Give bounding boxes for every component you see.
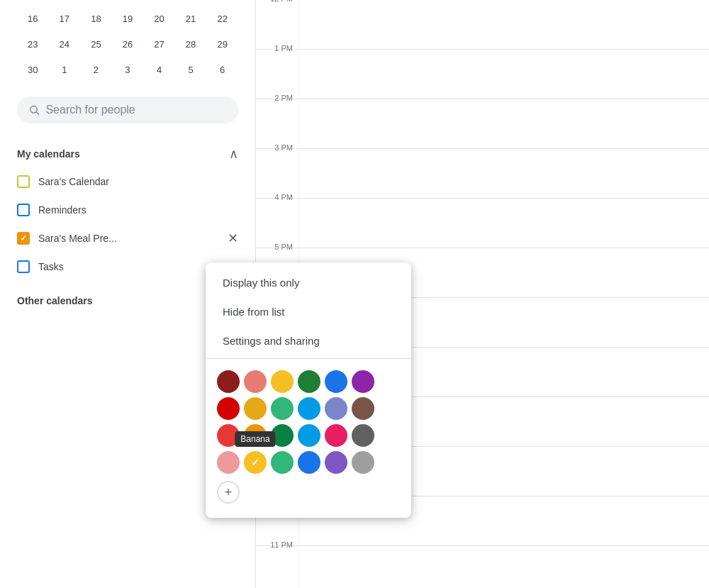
calendar-day[interactable]: 24 xyxy=(49,31,81,57)
color-option[interactable] xyxy=(298,451,320,474)
time-cell[interactable] xyxy=(298,546,709,588)
color-option[interactable] xyxy=(352,424,374,447)
time-row: 4 PM xyxy=(256,199,709,248)
calendar-day[interactable]: 19 xyxy=(112,6,144,31)
context-menu: Display this onlyHide from listSettings … xyxy=(206,262,411,518)
color-palette: Banana+ xyxy=(206,362,411,512)
color-option[interactable] xyxy=(352,397,374,420)
color-option[interactable] xyxy=(244,370,267,393)
close-calendar-icon[interactable]: ✕ xyxy=(228,231,238,246)
context-menu-item[interactable]: Hide from list xyxy=(206,297,411,326)
color-option[interactable] xyxy=(352,370,374,393)
time-label: 2 PM xyxy=(256,94,298,143)
calendar-name: Reminders xyxy=(38,204,238,216)
calendar-day[interactable]: 23 xyxy=(17,31,49,57)
time-label: 12 PM xyxy=(256,0,298,43)
calendar-day[interactable]: 16 xyxy=(17,6,49,31)
calendar-day[interactable]: 28 xyxy=(175,31,207,57)
mini-calendar: 161718192021222324252627282930123456 xyxy=(11,0,244,91)
menu-divider xyxy=(206,358,411,359)
time-row: 3 PM xyxy=(256,149,709,199)
time-row: 2 PM xyxy=(256,99,709,149)
calendar-day[interactable]: 3 xyxy=(112,57,144,82)
color-option[interactable] xyxy=(217,397,240,420)
time-row: 1 PM xyxy=(256,50,709,99)
calendar-day[interactable]: 27 xyxy=(143,31,175,57)
calendar-checkbox[interactable] xyxy=(17,175,30,188)
calendar-day[interactable]: 17 xyxy=(49,6,81,31)
time-cell[interactable] xyxy=(298,199,709,248)
color-option[interactable] xyxy=(325,397,347,420)
color-option[interactable] xyxy=(244,397,267,420)
calendar-day[interactable]: 2 xyxy=(80,57,112,82)
color-option[interactable] xyxy=(325,424,347,447)
calendar-item[interactable]: Reminders xyxy=(11,196,244,224)
calendar-day[interactable]: 25 xyxy=(80,31,112,57)
color-option[interactable] xyxy=(298,424,320,447)
time-row: 12 PM xyxy=(256,0,709,50)
svg-point-0 xyxy=(30,106,38,113)
my-calendars-header: My calendars ∧ xyxy=(11,140,244,167)
time-label: 4 PM xyxy=(256,193,298,242)
calendar-item[interactable]: Sara's Calendar xyxy=(11,167,244,196)
search-icon xyxy=(28,104,40,116)
color-option[interactable] xyxy=(217,424,240,447)
svg-line-1 xyxy=(36,112,39,115)
color-option[interactable] xyxy=(271,370,294,393)
color-option[interactable] xyxy=(244,424,267,447)
calendar-day[interactable]: 29 xyxy=(206,31,238,57)
calendar-day[interactable]: 1 xyxy=(49,57,81,82)
color-option[interactable] xyxy=(298,397,320,420)
time-cell[interactable] xyxy=(298,99,709,148)
my-calendars-title: My calendars xyxy=(17,148,80,160)
color-option[interactable] xyxy=(217,451,240,474)
color-option[interactable] xyxy=(325,451,347,474)
calendar-checkbox[interactable]: ✓ xyxy=(17,232,30,245)
calendar-day[interactable]: 4 xyxy=(143,57,175,82)
search-people-input[interactable] xyxy=(45,104,227,116)
other-calendars-title: Other calendars xyxy=(17,295,93,306)
calendar-day[interactable]: 30 xyxy=(17,57,49,82)
color-option[interactable] xyxy=(271,397,294,420)
time-cell[interactable] xyxy=(298,149,709,198)
search-people-box[interactable] xyxy=(17,96,238,123)
color-option[interactable] xyxy=(271,451,294,474)
calendar-checkbox[interactable] xyxy=(17,204,30,216)
context-menu-item[interactable]: Display this only xyxy=(206,268,411,297)
time-label: 3 PM xyxy=(256,143,298,192)
calendar-day[interactable]: 22 xyxy=(206,6,238,31)
color-option[interactable] xyxy=(217,370,240,393)
color-option[interactable] xyxy=(271,424,294,447)
calendar-day[interactable]: 5 xyxy=(175,57,207,82)
color-option[interactable]: Banana xyxy=(244,451,267,474)
time-cell[interactable] xyxy=(298,50,709,99)
calendar-item[interactable]: ✓Sara's Meal Pre...✕ xyxy=(11,224,244,253)
color-option[interactable] xyxy=(352,451,374,474)
color-option[interactable] xyxy=(298,370,320,393)
time-cell[interactable] xyxy=(298,0,709,49)
time-label: 1 PM xyxy=(256,44,298,93)
add-custom-color-button[interactable]: + xyxy=(217,481,240,504)
context-menu-item[interactable]: Settings and sharing xyxy=(206,326,411,355)
time-row: 11 PM xyxy=(256,546,709,588)
calendar-name: Sara's Meal Pre... xyxy=(38,233,225,244)
calendar-day[interactable]: 6 xyxy=(206,57,238,82)
my-calendars-chevron[interactable]: ∧ xyxy=(229,146,238,162)
calendar-name: Sara's Calendar xyxy=(38,176,238,187)
calendar-day[interactable]: 26 xyxy=(112,31,144,57)
calendar-day[interactable]: 20 xyxy=(143,6,175,31)
time-label: 11 PM xyxy=(256,540,298,588)
color-option[interactable] xyxy=(325,370,347,393)
calendar-day[interactable]: 21 xyxy=(175,6,207,31)
calendar-day[interactable]: 18 xyxy=(80,6,112,31)
calendar-checkbox[interactable] xyxy=(17,260,30,273)
